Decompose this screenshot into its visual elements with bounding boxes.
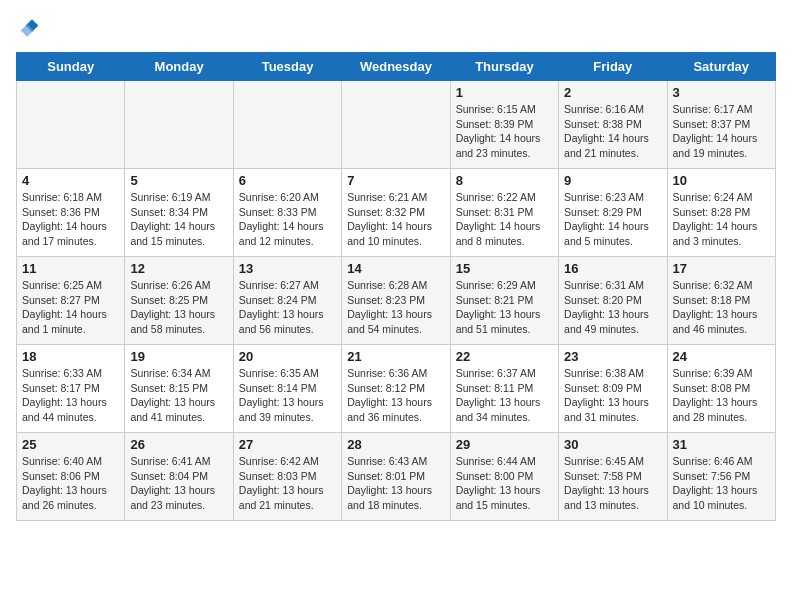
- day-number: 10: [673, 173, 770, 188]
- day-info: Sunrise: 6:25 AM Sunset: 8:27 PM Dayligh…: [22, 278, 119, 337]
- day-number: 29: [456, 437, 553, 452]
- calendar-cell: 6Sunrise: 6:20 AM Sunset: 8:33 PM Daylig…: [233, 169, 341, 257]
- day-number: 24: [673, 349, 770, 364]
- day-number: 4: [22, 173, 119, 188]
- day-info: Sunrise: 6:41 AM Sunset: 8:04 PM Dayligh…: [130, 454, 227, 513]
- calendar-cell: [17, 81, 125, 169]
- calendar-cell: 23Sunrise: 6:38 AM Sunset: 8:09 PM Dayli…: [559, 345, 667, 433]
- calendar-week-4: 18Sunrise: 6:33 AM Sunset: 8:17 PM Dayli…: [17, 345, 776, 433]
- day-info: Sunrise: 6:27 AM Sunset: 8:24 PM Dayligh…: [239, 278, 336, 337]
- day-number: 23: [564, 349, 661, 364]
- calendar-week-1: 1Sunrise: 6:15 AM Sunset: 8:39 PM Daylig…: [17, 81, 776, 169]
- calendar-cell: [233, 81, 341, 169]
- day-info: Sunrise: 6:45 AM Sunset: 7:58 PM Dayligh…: [564, 454, 661, 513]
- calendar-cell: 13Sunrise: 6:27 AM Sunset: 8:24 PM Dayli…: [233, 257, 341, 345]
- day-info: Sunrise: 6:23 AM Sunset: 8:29 PM Dayligh…: [564, 190, 661, 249]
- calendar-cell: 28Sunrise: 6:43 AM Sunset: 8:01 PM Dayli…: [342, 433, 450, 521]
- weekday-header-friday: Friday: [559, 53, 667, 81]
- day-info: Sunrise: 6:19 AM Sunset: 8:34 PM Dayligh…: [130, 190, 227, 249]
- day-number: 2: [564, 85, 661, 100]
- weekday-header-wednesday: Wednesday: [342, 53, 450, 81]
- calendar-cell: 4Sunrise: 6:18 AM Sunset: 8:36 PM Daylig…: [17, 169, 125, 257]
- weekday-header-tuesday: Tuesday: [233, 53, 341, 81]
- day-info: Sunrise: 6:39 AM Sunset: 8:08 PM Dayligh…: [673, 366, 770, 425]
- day-number: 3: [673, 85, 770, 100]
- day-info: Sunrise: 6:32 AM Sunset: 8:18 PM Dayligh…: [673, 278, 770, 337]
- calendar-cell: 12Sunrise: 6:26 AM Sunset: 8:25 PM Dayli…: [125, 257, 233, 345]
- calendar-cell: [125, 81, 233, 169]
- weekday-header-monday: Monday: [125, 53, 233, 81]
- day-info: Sunrise: 6:33 AM Sunset: 8:17 PM Dayligh…: [22, 366, 119, 425]
- calendar-cell: 14Sunrise: 6:28 AM Sunset: 8:23 PM Dayli…: [342, 257, 450, 345]
- calendar-cell: 10Sunrise: 6:24 AM Sunset: 8:28 PM Dayli…: [667, 169, 775, 257]
- calendar-cell: 30Sunrise: 6:45 AM Sunset: 7:58 PM Dayli…: [559, 433, 667, 521]
- day-number: 13: [239, 261, 336, 276]
- weekday-header-saturday: Saturday: [667, 53, 775, 81]
- calendar-cell: 17Sunrise: 6:32 AM Sunset: 8:18 PM Dayli…: [667, 257, 775, 345]
- calendar-cell: 16Sunrise: 6:31 AM Sunset: 8:20 PM Dayli…: [559, 257, 667, 345]
- day-number: 16: [564, 261, 661, 276]
- day-number: 21: [347, 349, 444, 364]
- calendar-cell: 24Sunrise: 6:39 AM Sunset: 8:08 PM Dayli…: [667, 345, 775, 433]
- day-info: Sunrise: 6:34 AM Sunset: 8:15 PM Dayligh…: [130, 366, 227, 425]
- calendar-cell: 31Sunrise: 6:46 AM Sunset: 7:56 PM Dayli…: [667, 433, 775, 521]
- calendar-cell: 19Sunrise: 6:34 AM Sunset: 8:15 PM Dayli…: [125, 345, 233, 433]
- calendar-cell: 9Sunrise: 6:23 AM Sunset: 8:29 PM Daylig…: [559, 169, 667, 257]
- day-info: Sunrise: 6:31 AM Sunset: 8:20 PM Dayligh…: [564, 278, 661, 337]
- day-info: Sunrise: 6:36 AM Sunset: 8:12 PM Dayligh…: [347, 366, 444, 425]
- day-info: Sunrise: 6:26 AM Sunset: 8:25 PM Dayligh…: [130, 278, 227, 337]
- calendar-week-3: 11Sunrise: 6:25 AM Sunset: 8:27 PM Dayli…: [17, 257, 776, 345]
- day-number: 20: [239, 349, 336, 364]
- day-info: Sunrise: 6:24 AM Sunset: 8:28 PM Dayligh…: [673, 190, 770, 249]
- logo: [16, 16, 44, 40]
- calendar-cell: 21Sunrise: 6:36 AM Sunset: 8:12 PM Dayli…: [342, 345, 450, 433]
- day-number: 15: [456, 261, 553, 276]
- calendar-cell: 15Sunrise: 6:29 AM Sunset: 8:21 PM Dayli…: [450, 257, 558, 345]
- day-info: Sunrise: 6:22 AM Sunset: 8:31 PM Dayligh…: [456, 190, 553, 249]
- day-number: 11: [22, 261, 119, 276]
- weekday-header-row: SundayMondayTuesdayWednesdayThursdayFrid…: [17, 53, 776, 81]
- calendar-week-5: 25Sunrise: 6:40 AM Sunset: 8:06 PM Dayli…: [17, 433, 776, 521]
- calendar-week-2: 4Sunrise: 6:18 AM Sunset: 8:36 PM Daylig…: [17, 169, 776, 257]
- calendar-cell: 29Sunrise: 6:44 AM Sunset: 8:00 PM Dayli…: [450, 433, 558, 521]
- day-info: Sunrise: 6:38 AM Sunset: 8:09 PM Dayligh…: [564, 366, 661, 425]
- calendar-cell: 1Sunrise: 6:15 AM Sunset: 8:39 PM Daylig…: [450, 81, 558, 169]
- day-number: 18: [22, 349, 119, 364]
- calendar-cell: 22Sunrise: 6:37 AM Sunset: 8:11 PM Dayli…: [450, 345, 558, 433]
- day-number: 19: [130, 349, 227, 364]
- weekday-header-thursday: Thursday: [450, 53, 558, 81]
- day-info: Sunrise: 6:15 AM Sunset: 8:39 PM Dayligh…: [456, 102, 553, 161]
- day-number: 27: [239, 437, 336, 452]
- day-info: Sunrise: 6:40 AM Sunset: 8:06 PM Dayligh…: [22, 454, 119, 513]
- day-number: 9: [564, 173, 661, 188]
- day-number: 6: [239, 173, 336, 188]
- calendar-cell: 5Sunrise: 6:19 AM Sunset: 8:34 PM Daylig…: [125, 169, 233, 257]
- calendar-cell: 25Sunrise: 6:40 AM Sunset: 8:06 PM Dayli…: [17, 433, 125, 521]
- day-info: Sunrise: 6:18 AM Sunset: 8:36 PM Dayligh…: [22, 190, 119, 249]
- calendar-cell: 18Sunrise: 6:33 AM Sunset: 8:17 PM Dayli…: [17, 345, 125, 433]
- day-info: Sunrise: 6:17 AM Sunset: 8:37 PM Dayligh…: [673, 102, 770, 161]
- day-number: 17: [673, 261, 770, 276]
- day-info: Sunrise: 6:29 AM Sunset: 8:21 PM Dayligh…: [456, 278, 553, 337]
- calendar-cell: 3Sunrise: 6:17 AM Sunset: 8:37 PM Daylig…: [667, 81, 775, 169]
- day-info: Sunrise: 6:44 AM Sunset: 8:00 PM Dayligh…: [456, 454, 553, 513]
- calendar-cell: 11Sunrise: 6:25 AM Sunset: 8:27 PM Dayli…: [17, 257, 125, 345]
- day-number: 30: [564, 437, 661, 452]
- day-info: Sunrise: 6:35 AM Sunset: 8:14 PM Dayligh…: [239, 366, 336, 425]
- day-number: 31: [673, 437, 770, 452]
- calendar-cell: 20Sunrise: 6:35 AM Sunset: 8:14 PM Dayli…: [233, 345, 341, 433]
- day-info: Sunrise: 6:20 AM Sunset: 8:33 PM Dayligh…: [239, 190, 336, 249]
- day-number: 5: [130, 173, 227, 188]
- day-number: 7: [347, 173, 444, 188]
- day-number: 28: [347, 437, 444, 452]
- day-info: Sunrise: 6:28 AM Sunset: 8:23 PM Dayligh…: [347, 278, 444, 337]
- calendar-cell: 7Sunrise: 6:21 AM Sunset: 8:32 PM Daylig…: [342, 169, 450, 257]
- page-header: [16, 16, 776, 40]
- weekday-header-sunday: Sunday: [17, 53, 125, 81]
- day-number: 14: [347, 261, 444, 276]
- day-number: 8: [456, 173, 553, 188]
- day-number: 1: [456, 85, 553, 100]
- calendar-cell: 8Sunrise: 6:22 AM Sunset: 8:31 PM Daylig…: [450, 169, 558, 257]
- day-number: 26: [130, 437, 227, 452]
- day-info: Sunrise: 6:21 AM Sunset: 8:32 PM Dayligh…: [347, 190, 444, 249]
